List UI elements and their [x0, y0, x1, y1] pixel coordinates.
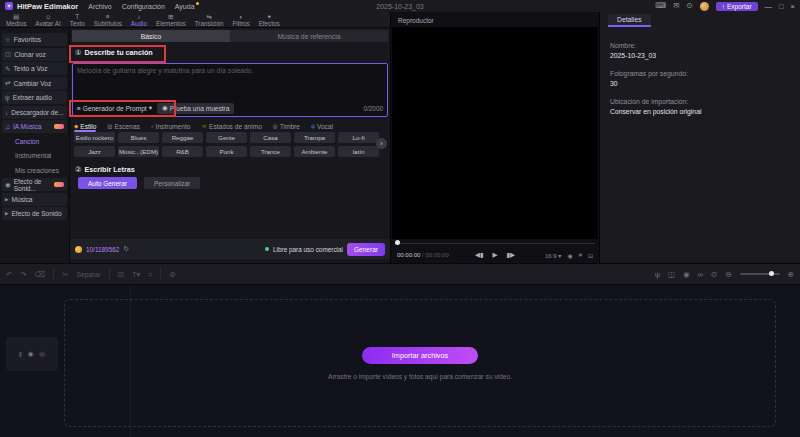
chain-link-icon[interactable]: ∞ [698, 270, 703, 279]
tab-detalles[interactable]: Detalles [608, 14, 651, 27]
menu-ayuda[interactable]: Ayuda [175, 3, 195, 10]
tab-filtros[interactable]: ◐Filtros [233, 13, 250, 27]
track-link-icon[interactable]: ◫ [668, 270, 675, 279]
tab-basico[interactable]: Básico [72, 30, 230, 42]
tab-label: Subtítulos [94, 20, 122, 27]
style-chip[interactable]: latín [338, 146, 379, 157]
sidebar-item-efecto-sonido-ia[interactable]: ◉Efecto de Sonid... [2, 178, 67, 191]
update-icon[interactable]: ⊙ [686, 2, 692, 10]
zoom-in-icon[interactable]: ⊕ [788, 270, 794, 279]
snapshot-icon[interactable]: ◉ [567, 252, 572, 259]
restore-button[interactable]: □ [779, 2, 784, 11]
style-chip[interactable]: R&B [162, 146, 203, 157]
refresh-icon[interactable]: ↻ [123, 245, 129, 253]
style-chip[interactable]: Casa [250, 132, 291, 143]
sidebar-subitem-mis-creaciones[interactable]: Mis creaciones [2, 164, 67, 177]
menu-archivo[interactable]: Archivo [88, 3, 111, 10]
tab-subtitulos[interactable]: ≡Subtítulos [94, 13, 122, 27]
undo-icon[interactable]: ↶ [6, 270, 12, 279]
track-toggle-icon[interactable]: ‖ [19, 351, 22, 358]
sidebar-item-extraer-audio[interactable]: ψExtraer audio [2, 91, 67, 104]
divider [109, 269, 110, 279]
sidebar-item-clonar-voz[interactable]: ◫Clonar voz [2, 48, 67, 61]
style-chips-row2: Jazz Músic...(EDM) R&B Punk Trance Ambie… [74, 146, 379, 157]
video-preview[interactable] [392, 27, 598, 239]
split-icon[interactable]: ✂ [62, 270, 68, 279]
sidebar-item-descargador[interactable]: ↓Descargador de... [2, 106, 67, 119]
style-chip[interactable]: Músic...(EDM) [118, 146, 159, 157]
aspect-ratio-selector[interactable]: 16:9 ▾ [545, 252, 561, 259]
category-escenas[interactable]: ▤Escenas [107, 123, 140, 130]
customize-button[interactable]: Personalizar [144, 177, 200, 189]
import-files-button[interactable]: Importar archivos [362, 347, 478, 364]
style-chip[interactable]: Punk [206, 146, 247, 157]
tab-audio[interactable]: ♪Audio [131, 13, 147, 27]
tab-label: Transición [195, 20, 224, 27]
sidebar-subitem-instrumental[interactable]: Instrumental [2, 149, 67, 162]
sidebar-item-cambiar-voz[interactable]: ⇄Cambiar Voz [2, 77, 67, 90]
crop-icon[interactable]: ⊡ [118, 270, 124, 279]
category-estilo[interactable]: ◆Estilo [74, 123, 96, 130]
split-label[interactable]: Separar [77, 271, 101, 278]
feedback-icon[interactable]: ✉ [673, 2, 679, 10]
delete-icon[interactable]: ⌫ [35, 270, 46, 279]
style-chip[interactable]: Blues [118, 132, 159, 143]
track-mute-icon[interactable]: ◉ [28, 350, 34, 358]
tab-medios[interactable]: ▤Medios [6, 13, 26, 27]
style-chip[interactable]: Trampa [294, 132, 335, 143]
sidebar-item-texto-a-voz[interactable]: ✎Texto a Voz [2, 62, 67, 75]
text-tool-icon[interactable]: T▾ [132, 270, 140, 279]
menu-configuracion[interactable]: Configuración [122, 3, 165, 10]
magnet-snap-icon[interactable]: ◉ [683, 270, 690, 279]
grid-icon[interactable]: # [579, 252, 582, 258]
tab-transicion[interactable]: ⇆Transición [195, 13, 224, 27]
generate-button[interactable]: Generar [347, 243, 385, 256]
record-icon[interactable]: ⊘ [169, 270, 175, 279]
category-timbre[interactable]: ◎Timbre [273, 123, 300, 130]
style-chip[interactable]: Gente [206, 132, 247, 143]
next-frame-icon[interactable]: ▮▶ [507, 251, 516, 259]
sidebar-item-efecto-de-sonido[interactable]: ▶Efecto de Sonido [2, 207, 67, 220]
tab-musica-referencia[interactable]: Música de referencia [230, 30, 388, 42]
minimize-button[interactable]: — [765, 2, 773, 11]
zoom-slider-handle[interactable] [769, 271, 774, 276]
tab-avatar-ai[interactable]: ☺Avatar AI [35, 13, 60, 27]
play-icon[interactable]: ▶ [493, 251, 498, 259]
voiceover-mic-icon[interactable]: ψ [655, 270, 660, 279]
style-chip[interactable]: Lo-fi [338, 132, 379, 143]
tab-efectos[interactable]: ✦Efectos [259, 13, 280, 27]
close-button[interactable]: × [791, 2, 795, 11]
sidebar-label: Descargador de... [11, 109, 63, 116]
user-avatar[interactable] [700, 2, 709, 11]
style-chip[interactable]: Reggae [162, 132, 203, 143]
sidebar-item-ia-musica[interactable]: ♫IA Música [2, 120, 67, 133]
zoom-out-icon[interactable]: ⊖ [725, 270, 731, 279]
media-drop-zone[interactable]: Importar archivos Arrastre o importe víd… [64, 299, 776, 427]
timeline-zoom-slider[interactable] [740, 273, 780, 275]
song-description-input[interactable] [73, 64, 387, 98]
seek-handle[interactable] [395, 240, 400, 245]
audio-wave-icon[interactable]: ≈ [148, 270, 152, 279]
category-instrumento[interactable]: ♪Instrumento [151, 123, 191, 130]
shortcuts-icon[interactable]: ⌨ [655, 2, 666, 10]
sidebar-subitem-cancion[interactable]: Canción [2, 135, 67, 148]
tab-elementos[interactable]: ⊞Elementos [156, 13, 186, 27]
seek-bar[interactable] [395, 243, 595, 244]
sidebar-item-favoritos[interactable]: ☆Favoritos [2, 33, 67, 46]
auto-generate-button[interactable]: Auto Generar [78, 177, 137, 189]
more-chips-button[interactable]: › [376, 138, 387, 149]
export-button[interactable]: ↑ Exportar [716, 2, 758, 11]
redo-icon[interactable]: ↷ [20, 270, 26, 279]
sidebar-item-musica[interactable]: ▶Música [2, 193, 67, 206]
track-lock-icon[interactable]: ◎ [39, 350, 45, 358]
fullscreen-icon[interactable]: ⊡ [588, 252, 593, 259]
category-estados-de-animo[interactable]: ☺Estados de ánimo [201, 123, 261, 130]
style-chip[interactable]: Trance [250, 146, 291, 157]
category-vocal[interactable]: ψVocal [311, 123, 333, 130]
style-chip[interactable]: Ambiente [294, 146, 335, 157]
style-chip[interactable]: Jazz [74, 146, 115, 157]
tab-texto[interactable]: TTexto [70, 13, 85, 27]
previous-frame-icon[interactable]: ◀▮ [475, 251, 484, 259]
style-chip[interactable]: Estilo rockero [74, 132, 115, 143]
marker-icon[interactable]: ⊙ [711, 270, 717, 279]
